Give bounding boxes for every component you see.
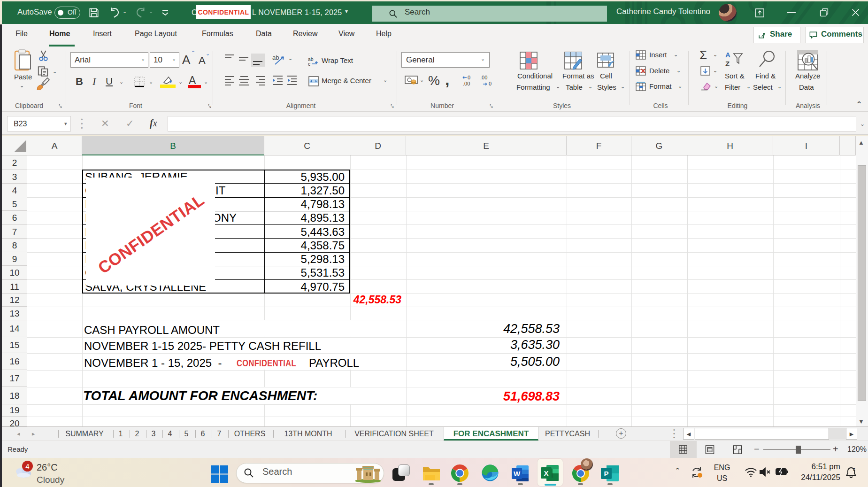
svg-text:W: W [514, 470, 521, 478]
svg-text:.00: .00 [463, 81, 470, 86]
svg-text:.00: .00 [480, 75, 487, 80]
svg-text:X: X [544, 469, 548, 477]
svg-text:A: A [725, 51, 730, 59]
svg-text:c: c [308, 61, 310, 67]
svg-text:0: 0 [468, 75, 470, 80]
svg-text:z: z [853, 467, 855, 472]
svg-text:P: P [604, 470, 608, 478]
svg-text:Z: Z [725, 60, 730, 68]
svg-text:0: 0 [489, 81, 492, 86]
svg-text:ab: ab [272, 54, 279, 61]
